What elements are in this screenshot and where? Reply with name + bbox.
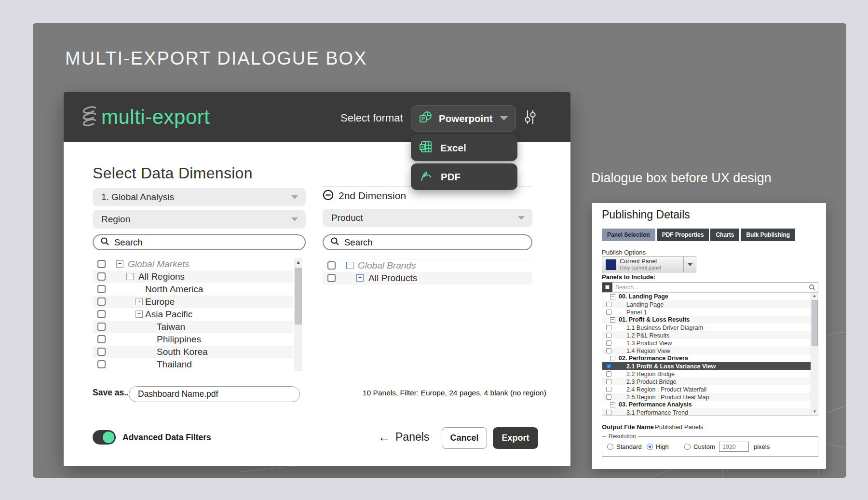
panel-list-row[interactable]: 3.1 Performance Trend: [602, 408, 811, 416]
panel-list-row[interactable]: 2.2 Region Bridge: [602, 370, 811, 378]
panel-list-row[interactable]: 1.3 Product View: [602, 339, 811, 347]
scroll-down-icon[interactable]: ▼: [811, 408, 818, 415]
expand-icon[interactable]: +: [356, 274, 364, 282]
tab-bulk-publishing[interactable]: Bulk Publishing: [741, 229, 795, 241]
collapse-icon[interactable]: −: [346, 262, 353, 269]
checkbox[interactable]: [97, 310, 106, 318]
checkbox[interactable]: [606, 325, 611, 330]
region-search-input[interactable]: [114, 237, 298, 248]
tree-row[interactable]: +All Products: [323, 272, 532, 284]
radio-button[interactable]: [647, 444, 653, 450]
checkbox[interactable]: [606, 387, 611, 392]
product-search-input[interactable]: [344, 237, 525, 248]
format-option-excel[interactable]: XExcel: [411, 135, 517, 161]
tree-row[interactable]: −All Regions: [93, 270, 293, 283]
scrollbar[interactable]: ▲ ▼: [811, 293, 818, 415]
format-option-pdf[interactable]: PDF: [411, 163, 517, 190]
radio-button[interactable]: [684, 444, 691, 450]
panel-list-row[interactable]: Panel 1: [602, 308, 811, 316]
panel-list-row[interactable]: −01. Profit & Loss Results: [602, 316, 811, 324]
checkbox[interactable]: [606, 302, 611, 307]
panel-list-row[interactable]: 2.4 Region : Product Waterfall: [602, 385, 811, 393]
checkbox[interactable]: [606, 371, 611, 377]
chevron-down-icon[interactable]: [683, 257, 696, 272]
panel-list-row[interactable]: 1.1 Business Driver Diagram: [602, 324, 811, 331]
collapse-icon[interactable]: −: [126, 273, 134, 280]
collapse-icon[interactable]: −: [610, 402, 615, 407]
radio-custom[interactable]: Custom: [684, 443, 715, 450]
cancel-button[interactable]: Cancel: [442, 427, 487, 449]
tree-row[interactable]: −Global Markets: [93, 258, 293, 270]
checkbox[interactable]: [606, 379, 611, 384]
radio-high[interactable]: High: [647, 443, 669, 450]
collapse-icon[interactable]: −: [136, 311, 143, 318]
product-field-select[interactable]: Product: [323, 209, 532, 227]
tree-row[interactable]: Taiwan: [93, 321, 293, 333]
format-dropdown-button[interactable]: P Powerpoint: [411, 105, 516, 132]
checkbox[interactable]: [97, 260, 106, 268]
tree-row[interactable]: +Europe: [93, 296, 293, 308]
tree-row[interactable]: Thailand: [93, 358, 293, 371]
checkbox[interactable]: [606, 410, 611, 415]
tree-row[interactable]: North America: [93, 283, 293, 296]
collapse-icon[interactable]: −: [610, 356, 615, 361]
back-to-panels-link[interactable]: ← Panels: [378, 430, 429, 445]
panel-list-row[interactable]: −02. Performance Drivers: [602, 354, 811, 362]
panel-list-row[interactable]: 2.3 Product Bridge: [602, 378, 811, 385]
panel-list-row[interactable]: 1.2 P&L Results: [602, 331, 811, 339]
product-select-value: Product: [331, 213, 518, 223]
checkbox[interactable]: ✓: [606, 364, 611, 369]
panel-list-row[interactable]: −00. Landing Page: [602, 293, 811, 300]
panel-list-row[interactable]: ✓2.1 Profit & Loss Variance View: [602, 362, 811, 370]
collapse-icon[interactable]: −: [610, 294, 615, 299]
checkbox[interactable]: [97, 297, 106, 306]
tree-row[interactable]: −Global Brands: [323, 259, 532, 272]
panel-list-row[interactable]: Landing Page: [602, 300, 811, 308]
save-as-input[interactable]: [129, 386, 300, 402]
scrollbar[interactable]: ▲: [294, 258, 302, 371]
tree-row[interactable]: Philippines: [93, 333, 293, 346]
checkbox[interactable]: [97, 272, 106, 281]
radio-standard[interactable]: Standard: [607, 443, 642, 450]
tree-row[interactable]: South Korea: [93, 346, 293, 358]
scroll-thumb[interactable]: [812, 300, 818, 346]
sliders-settings-icon[interactable]: [523, 109, 537, 127]
tree-row[interactable]: −Asia Pacific: [93, 308, 293, 321]
radio-button[interactable]: [607, 444, 613, 450]
checkbox[interactable]: [327, 274, 336, 282]
tab-pdf-properties[interactable]: PDF Properties: [657, 229, 709, 241]
checkbox[interactable]: [327, 261, 336, 270]
checkbox[interactable]: [606, 340, 611, 346]
region-field-select[interactable]: Region: [93, 210, 306, 229]
scroll-thumb[interactable]: [295, 268, 302, 324]
custom-resolution-input[interactable]: [719, 442, 749, 452]
scroll-up-icon[interactable]: ▲: [811, 293, 818, 299]
collapse-icon[interactable]: −: [610, 317, 615, 323]
legacy-search-input[interactable]: [612, 284, 809, 291]
scroll-up-icon[interactable]: ▲: [294, 258, 302, 267]
checkbox[interactable]: [97, 360, 106, 368]
dimension-select[interactable]: 1. Global Analysis: [93, 188, 306, 206]
select-all-checkbox[interactable]: [602, 283, 612, 292]
export-button[interactable]: Export: [493, 427, 538, 449]
checkbox[interactable]: [606, 394, 611, 400]
checkbox[interactable]: [97, 323, 106, 331]
expand-icon[interactable]: +: [136, 298, 143, 305]
minus-circle-icon[interactable]: [323, 189, 334, 203]
tab-panel-selection[interactable]: Panel Selection: [602, 229, 655, 241]
checkbox[interactable]: [97, 348, 106, 356]
panel-list-row[interactable]: 1.4 Region View: [602, 347, 811, 354]
checkbox[interactable]: [606, 333, 611, 338]
advanced-filters-toggle[interactable]: [93, 430, 116, 445]
panel-list-row[interactable]: −03. Performance Analysis: [602, 401, 811, 408]
toggle-knob[interactable]: [103, 432, 114, 443]
search-icon: [809, 284, 818, 291]
checkbox[interactable]: [97, 285, 106, 293]
publish-options-dropdown[interactable]: Current Panel Only current panel: [602, 257, 696, 272]
collapse-icon[interactable]: −: [116, 260, 123, 268]
checkbox[interactable]: [606, 348, 611, 353]
checkbox[interactable]: [97, 335, 106, 343]
tab-charts[interactable]: Charts: [710, 229, 739, 241]
panel-list-row[interactable]: 2.5 Region : Product Heat Map: [602, 393, 811, 401]
checkbox[interactable]: [606, 310, 611, 315]
